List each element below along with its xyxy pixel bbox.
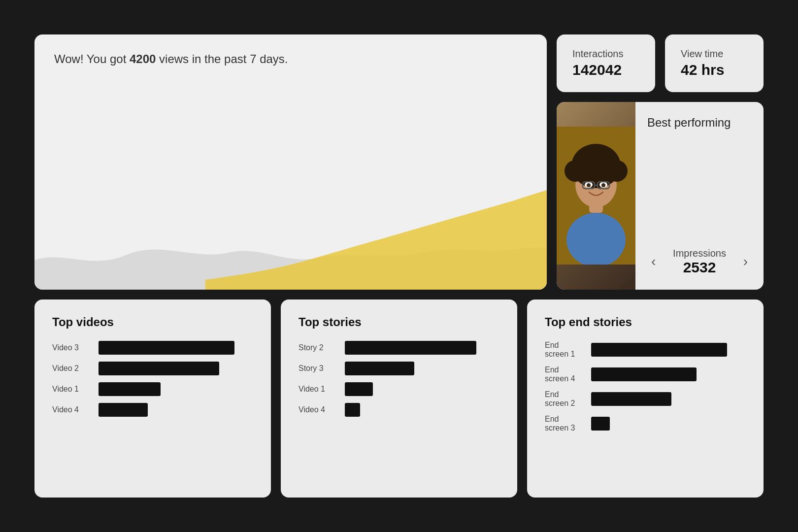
top-videos-card: Top videos Video 3Video 2Video 1Video 4 bbox=[34, 299, 271, 498]
list-item: Video 1 bbox=[299, 382, 499, 396]
bar-fill bbox=[99, 362, 219, 375]
bar-fill bbox=[591, 392, 671, 406]
bar-fill bbox=[345, 341, 476, 355]
dashboard: Wow! You got 4200 views in the past 7 da… bbox=[34, 34, 764, 498]
list-item: End screen 4 bbox=[545, 366, 746, 383]
top-videos-title: Top videos bbox=[52, 315, 253, 329]
list-item: Story 3 bbox=[299, 362, 499, 375]
best-performing-card: Best performing ‹ Impressions 2532 › bbox=[557, 102, 764, 290]
view-time-card: View time 42 hrs bbox=[665, 34, 764, 92]
list-item: Video 4 bbox=[299, 403, 499, 417]
bar-label: Video 1 bbox=[299, 385, 338, 394]
bar-track bbox=[345, 362, 499, 375]
view-time-value: 42 hrs bbox=[681, 62, 724, 78]
wave-chart-svg bbox=[34, 162, 547, 290]
svg-point-12 bbox=[587, 183, 591, 187]
bar-label: Video 4 bbox=[52, 405, 92, 414]
next-button[interactable]: › bbox=[739, 252, 752, 271]
top-end-stories-list: End screen 1End screen 4End screen 2End … bbox=[545, 341, 746, 432]
best-performing-title: Best performing bbox=[647, 116, 752, 130]
bar-label: Video 1 bbox=[52, 385, 92, 394]
top-stories-list: Story 2Story 3Video 1Video 4 bbox=[299, 341, 499, 417]
bar-track bbox=[591, 367, 746, 381]
top-videos-list: Video 3Video 2Video 1Video 4 bbox=[52, 341, 253, 417]
svg-point-9 bbox=[588, 149, 604, 165]
bar-label: Video 3 bbox=[52, 343, 92, 352]
view-time-label: View time bbox=[681, 48, 723, 60]
prev-button[interactable]: ‹ bbox=[647, 252, 660, 271]
bar-track bbox=[99, 362, 253, 375]
bar-fill bbox=[345, 403, 360, 417]
list-item: End screen 1 bbox=[545, 341, 746, 359]
bar-fill bbox=[99, 382, 161, 396]
bar-label: End screen 3 bbox=[545, 415, 584, 432]
bar-track bbox=[591, 417, 746, 431]
bar-track bbox=[99, 382, 253, 396]
list-item: Video 1 bbox=[52, 382, 253, 396]
best-performing-thumbnail bbox=[557, 102, 635, 290]
interactions-label: Interactions bbox=[572, 48, 623, 60]
list-item: End screen 2 bbox=[545, 390, 746, 408]
top-stories-card: Top stories Story 2Story 3Video 1Video 4 bbox=[281, 299, 517, 498]
stats-row: Interactions 142042 View time 42 hrs bbox=[557, 34, 764, 92]
bar-fill bbox=[99, 341, 234, 355]
interactions-value: 142042 bbox=[572, 62, 622, 78]
interactions-card: Interactions 142042 bbox=[557, 34, 655, 92]
list-item: Video 3 bbox=[52, 341, 253, 355]
bar-track bbox=[345, 341, 499, 355]
person-portrait bbox=[557, 127, 635, 265]
bar-track bbox=[345, 403, 499, 417]
bar-fill bbox=[345, 382, 373, 396]
top-end-stories-title: Top end stories bbox=[545, 315, 746, 329]
bar-fill bbox=[591, 417, 610, 431]
main-chart-card: Wow! You got 4200 views in the past 7 da… bbox=[34, 34, 547, 290]
svg-point-1 bbox=[566, 213, 626, 265]
bar-fill bbox=[345, 362, 414, 375]
bar-track bbox=[591, 343, 746, 357]
impressions-value: 2532 bbox=[665, 259, 733, 276]
bar-label: Story 2 bbox=[299, 343, 338, 352]
bar-fill bbox=[591, 367, 697, 381]
headline-number: 4200 bbox=[130, 52, 156, 66]
bar-track bbox=[591, 392, 746, 406]
bottom-row: Top videos Video 3Video 2Video 1Video 4 … bbox=[34, 299, 764, 498]
chart-headline: Wow! You got 4200 views in the past 7 da… bbox=[54, 52, 527, 66]
list-item: Story 2 bbox=[299, 341, 499, 355]
top-stories-title: Top stories bbox=[299, 315, 499, 329]
chart-area bbox=[34, 162, 547, 290]
headline-suffix: views in the past 7 days. bbox=[156, 52, 288, 66]
list-item: End screen 3 bbox=[545, 415, 746, 432]
bar-label: End screen 2 bbox=[545, 390, 584, 408]
impressions-label: Impressions bbox=[665, 248, 733, 259]
svg-point-13 bbox=[601, 183, 605, 187]
right-column: Interactions 142042 View time 42 hrs bbox=[557, 34, 764, 290]
bar-label: Video 4 bbox=[299, 405, 338, 414]
bar-track bbox=[99, 403, 253, 417]
bar-label: End screen 4 bbox=[545, 366, 584, 383]
list-item: Video 4 bbox=[52, 403, 253, 417]
impressions-data: Impressions 2532 bbox=[665, 248, 733, 276]
bar-label: Story 3 bbox=[299, 364, 338, 373]
bar-track bbox=[345, 382, 499, 396]
bar-fill bbox=[99, 403, 148, 417]
best-performing-content: Best performing ‹ Impressions 2532 › bbox=[635, 102, 764, 290]
list-item: Video 2 bbox=[52, 362, 253, 375]
top-end-stories-card: Top end stories End screen 1End screen 4… bbox=[527, 299, 764, 498]
impressions-section: ‹ Impressions 2532 › bbox=[647, 248, 752, 276]
bar-fill bbox=[591, 343, 727, 357]
bar-track bbox=[99, 341, 253, 355]
headline-prefix: Wow! You got bbox=[54, 52, 130, 66]
bar-label: Video 2 bbox=[52, 364, 92, 373]
bar-label: End screen 1 bbox=[545, 341, 584, 359]
